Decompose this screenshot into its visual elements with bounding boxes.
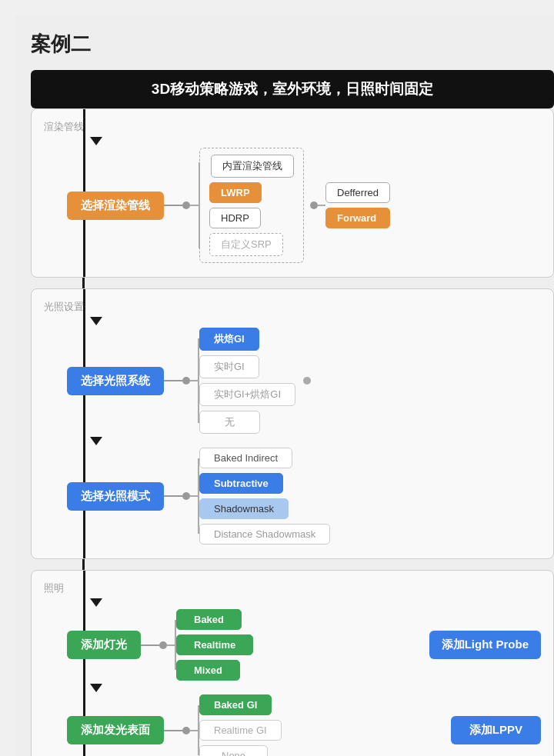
diagram: 3D移动策略游戏，室外环境，日照时间固定 渲染管线 选择渲染管线 [31,70,554,756]
section-illumination-label: 照明 [44,581,541,595]
opt-realtime-light: Realtime [176,634,253,655]
opt-baked-light-box: Baked [176,609,242,630]
opt-realtimeGI: 实时GI [199,355,295,378]
opt-realtimebakeGI: 实时GI+烘焙GI [199,383,295,406]
lighting-system-options: 烘焙GI 实时GI 实时GI+烘焙GI [199,328,295,434]
node-add-emissive[interactable]: 添加发光表面 [67,716,164,744]
opt-baked-indirect-box: Baked Indirect [199,448,292,468]
branch-v-render [199,162,200,248]
page-container: 案例二 3D移动策略游戏，室外环境，日照时间固定 渲染管线 选择渲染管线 [15,15,554,756]
dot-render-right [310,201,318,209]
emissive-options: Baked GI Realtime GI None [199,694,282,756]
opt-realtimeGI-box: 实时GI [199,355,259,378]
opt-none1: 无 [199,411,295,434]
opt-baked-gi-em-box: Baked GI [199,694,272,715]
branch-row-render-3: HDRP [209,208,294,228]
opt-none-em-box: None [199,745,268,756]
option-hdrp: HDRP [209,208,261,228]
render-row: 选择渲染管线 内置渲染管线 [44,148,541,263]
opt-baked-gi-em: Baked GI [199,694,282,715]
spine-gap-1 [31,278,554,288]
section-render-pipeline: 渲染管线 选择渲染管线 [31,108,554,278]
option-forward: Forward [325,208,390,228]
option-defferred: Defferred [325,182,390,203]
node-lighting-system[interactable]: 选择光照系统 [67,367,164,395]
opt-subtractive: Subtractive [199,473,330,494]
section-lighting-label: 光照设置 [44,300,541,314]
branch-row-render-2: LWRP [209,182,294,203]
opt-bakeGI-box: 烘焙GI [199,328,259,351]
lighting-row-1: 选择光照系统 烘焙GI 实时GI [44,328,541,434]
node-light-probe[interactable]: 添加Light Probe [429,631,541,659]
page-title: 案例二 [31,31,554,58]
dot-render [182,201,190,209]
section-illumination: 照明 添加灯光 Baked [31,570,554,756]
option-srp: 自定义SRP [209,233,283,256]
main-header: 3D移动策略游戏，室外环境，日照时间固定 [31,70,554,108]
arrow-tip-render [90,137,102,145]
illumination-row-1: 添加灯光 Baked Realtime [44,609,541,681]
arrow-tip-lighting2 [90,437,102,445]
opt-realtimebakeGI-box: 实时GI+烘焙GI [199,383,295,406]
opt-none-em: None [199,745,282,756]
arrow-tip-illum2 [90,684,102,692]
opt-realtime-light-box: Realtime [176,634,253,655]
opt-distance-sm-box: Distance Shadowmask [199,524,330,545]
section-render-label: 渲染管线 [44,120,541,134]
lighting-row-2: 选择光照模式 Baked Indirect Subtractive [44,448,541,545]
node-render-pipeline[interactable]: 选择渲染管线 [67,191,164,220]
opt-distance-sm: Distance Shadowmask [199,524,330,545]
opt-shadowmask: Shadowmask [199,498,330,519]
opt-baked-indirect: Baked Indirect [199,448,330,468]
spine-gap-2 [31,559,554,570]
light-options: Baked Realtime Mixed [176,609,253,681]
dashed-options-render: 内置渲染管线 LWRP HDRP [199,148,304,263]
spine-lighting [83,289,85,558]
option-lwrp: LWRP [209,182,262,203]
opt-bakeGI: 烘焙GI [199,328,295,351]
opt-shadowmask-box: Shadowmask [199,498,289,519]
section-lighting: 光照设置 选择光照系统 烘焙GI [31,288,554,559]
node-lppv[interactable]: 添加LPPV [451,716,541,744]
opt-none1-box: 无 [199,411,260,434]
illumination-row-2: 添加发光表面 Baked GI Realtime GI [44,694,541,756]
branch-row-render-1: 内置渲染管线 [209,155,294,178]
option-builtin: 内置渲染管线 [211,155,294,178]
opt-mixed-light-box: Mixed [176,660,240,681]
node-add-light[interactable]: 添加灯光 [67,631,141,659]
node-lighting-mode[interactable]: 选择光照模式 [67,482,164,511]
opt-realtime-gi-em-box: Realtime GI [199,720,282,741]
right-options-render: Defferred Forward [325,182,390,228]
opt-baked-light: Baked [176,609,253,630]
lighting-mode-options: Baked Indirect Subtractive Shadowmask [199,448,330,545]
opt-realtime-gi-em: Realtime GI [199,720,282,741]
branch-row-render-4: 自定义SRP [209,233,294,256]
opt-mixed-light: Mixed [176,660,253,681]
arrow-tip-illum1 [90,598,102,607]
h-line-render [164,205,182,206]
arrow-tip-lighting1 [90,317,102,325]
opt-subtractive-box: Subtractive [199,473,283,494]
